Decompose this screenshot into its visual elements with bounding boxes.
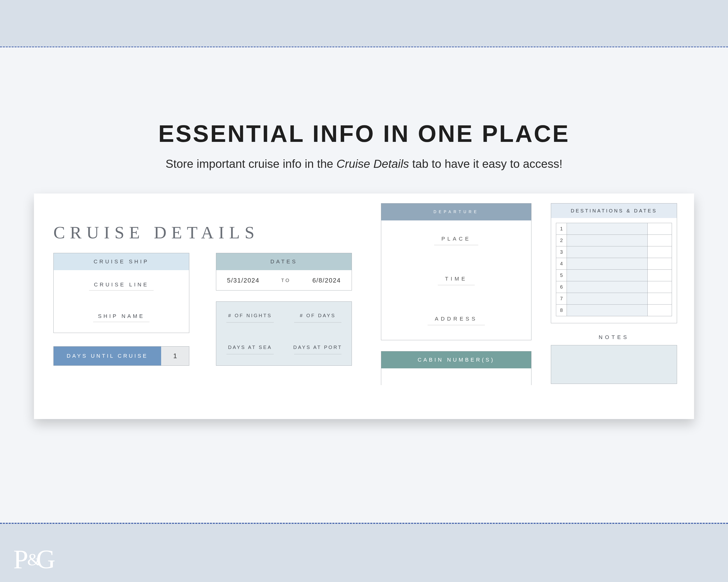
date-cell bbox=[648, 281, 672, 293]
row-num: 7 bbox=[556, 293, 567, 305]
nights-days-box: # OF NIGHTS # OF DAYS DAYS AT SEA DAYS A… bbox=[216, 301, 352, 366]
cabin-header: CABIN NUMBER(S) bbox=[381, 351, 531, 368]
notes-box bbox=[551, 345, 677, 384]
details-card: CRUISE DETAILS CRUISE SHIP CRUISE LINE S… bbox=[34, 194, 694, 419]
port-label: DAYS AT PORT bbox=[293, 344, 342, 350]
sea-line bbox=[227, 354, 274, 354]
dest-cell bbox=[567, 235, 648, 246]
cruise-ship-header: CRUISE SHIP bbox=[54, 253, 189, 270]
cruise-line-label: CRUISE LINE bbox=[89, 281, 154, 290]
row-num: 3 bbox=[556, 246, 567, 258]
departure-address: ADDRESS bbox=[427, 316, 485, 325]
days-until-cruise: DAYS UNTIL CRUISE 1 bbox=[53, 346, 189, 366]
main-panel: ESSENTIAL INFO IN ONE PLACE Store import… bbox=[0, 47, 728, 523]
dest-cell bbox=[567, 246, 648, 258]
table-row: 7 bbox=[556, 293, 672, 305]
date-to-label: TO bbox=[281, 278, 291, 283]
row-num: 2 bbox=[556, 235, 567, 246]
row-num: 5 bbox=[556, 270, 567, 281]
notes-label: NOTES bbox=[551, 334, 677, 340]
days-until-value: 1 bbox=[161, 347, 189, 365]
row-num: 1 bbox=[556, 223, 567, 235]
destinations-table: 1 2 3 4 5 6 7 8 bbox=[556, 223, 672, 316]
date-cell bbox=[648, 293, 672, 305]
dest-cell bbox=[567, 305, 648, 316]
logo-amp: & bbox=[27, 550, 36, 569]
card-title: CRUISE DETAILS bbox=[53, 223, 259, 243]
row-num: 4 bbox=[556, 258, 567, 270]
table-row: 1 bbox=[556, 223, 672, 235]
date-to: 6/8/2024 bbox=[312, 277, 341, 284]
row-num: 8 bbox=[556, 305, 567, 316]
brand-logo: P&G bbox=[14, 544, 54, 575]
destinations-box: DESTINATIONS & DATES 1 2 3 4 5 6 7 8 bbox=[551, 203, 677, 323]
port-line bbox=[294, 354, 341, 354]
table-row: 5 bbox=[556, 270, 672, 281]
nights-line bbox=[227, 322, 274, 323]
table-row: 3 bbox=[556, 246, 672, 258]
table-row: 2 bbox=[556, 235, 672, 246]
subtitle-em: Cruise Details bbox=[337, 157, 409, 170]
days-label: # OF DAYS bbox=[300, 313, 336, 318]
destinations-header: DESTINATIONS & DATES bbox=[551, 203, 677, 218]
dest-cell bbox=[567, 293, 648, 305]
page-title: ESSENTIAL INFO IN ONE PLACE bbox=[158, 120, 570, 147]
ship-name-label: SHIP NAME bbox=[93, 313, 150, 322]
top-band bbox=[0, 0, 728, 46]
cruise-ship-box: CRUISE SHIP CRUISE LINE SHIP NAME bbox=[53, 253, 189, 333]
table-row: 4 bbox=[556, 258, 672, 270]
date-cell bbox=[648, 270, 672, 281]
date-cell bbox=[648, 246, 672, 258]
date-cell bbox=[648, 235, 672, 246]
date-from: 5/31/2024 bbox=[227, 277, 260, 284]
row-num: 6 bbox=[556, 281, 567, 293]
page-subtitle: Store important cruise info in the Cruis… bbox=[165, 157, 562, 170]
subtitle-pre: Store important cruise info in the bbox=[165, 157, 336, 170]
dest-cell bbox=[567, 281, 648, 293]
dest-cell bbox=[567, 258, 648, 270]
dates-header: DATES bbox=[216, 253, 352, 270]
logo-p: P bbox=[14, 545, 27, 574]
departure-header: DEPARTURE bbox=[381, 203, 531, 220]
table-row: 8 bbox=[556, 305, 672, 316]
logo-g: G bbox=[36, 545, 54, 574]
dest-cell bbox=[567, 223, 648, 235]
departure-box: DEPARTURE PLACE TIME ADDRESS bbox=[381, 203, 531, 340]
days-until-label: DAYS UNTIL CRUISE bbox=[54, 347, 161, 365]
dest-cell bbox=[567, 270, 648, 281]
date-cell bbox=[648, 258, 672, 270]
departure-place: PLACE bbox=[434, 236, 478, 245]
table-row: 6 bbox=[556, 281, 672, 293]
date-cell bbox=[648, 305, 672, 316]
dates-box: DATES 5/31/2024 TO 6/8/2024 bbox=[216, 253, 352, 290]
date-cell bbox=[648, 223, 672, 235]
cabin-body bbox=[381, 368, 531, 385]
subtitle-post: tab to have it easy to access! bbox=[409, 157, 562, 170]
nights-label: # OF NIGHTS bbox=[228, 313, 272, 318]
sea-label: DAYS AT SEA bbox=[228, 344, 272, 350]
bottom-band: P&G bbox=[0, 524, 728, 582]
days-line bbox=[294, 322, 341, 323]
departure-time: TIME bbox=[438, 276, 475, 285]
cabin-box: CABIN NUMBER(S) bbox=[381, 351, 531, 385]
